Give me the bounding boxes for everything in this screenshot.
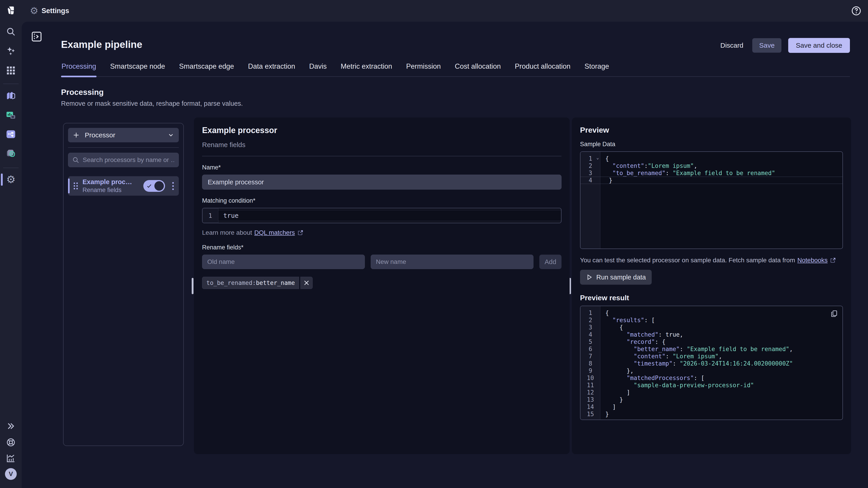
- code-line[interactable]: 15}: [581, 411, 842, 418]
- preview-result-editor: 1{2 "results": [3 {4 "matched": true,5 "…: [580, 306, 843, 420]
- help-icon[interactable]: [851, 5, 862, 16]
- name-field[interactable]: [202, 175, 561, 190]
- rename-fields-row: Add: [202, 255, 561, 269]
- rename-chip-row: to_be_renamed:better_name: [202, 277, 561, 289]
- code-line[interactable]: 1{: [581, 309, 842, 317]
- code-line[interactable]: 6 "better_name": "Example field to be re…: [581, 346, 842, 353]
- toggle-knob: [154, 181, 164, 191]
- notebooks-link[interactable]: Notebooks: [798, 257, 828, 264]
- preview-info-text: You can test the selected processor on s…: [580, 257, 843, 264]
- new-name-field[interactable]: [371, 255, 533, 269]
- code-line[interactable]: 5 "record": {: [581, 338, 842, 346]
- drag-handle-icon[interactable]: [73, 182, 79, 190]
- learn-more-row: Learn more about DQL matchers: [202, 229, 561, 236]
- expand-rail-icon[interactable]: [4, 420, 17, 432]
- code-line[interactable]: 12 ]: [581, 389, 842, 396]
- tab-processing[interactable]: Processing: [61, 62, 96, 76]
- code-line[interactable]: 11 "sample-data-preview-processor-id": [581, 382, 842, 389]
- page-title: Example pipeline: [61, 39, 142, 50]
- code-line[interactable]: 2 "results": [: [581, 317, 842, 324]
- tab-davis[interactable]: Davis: [309, 62, 327, 76]
- collapse-panel-icon[interactable]: [30, 30, 43, 43]
- apps-grid-icon[interactable]: [4, 64, 17, 77]
- app-title: Settings: [41, 7, 69, 15]
- matching-condition-editor[interactable]: 1 true: [202, 208, 561, 223]
- preview-panel: Preview Sample Data 1⌄{2 "content":"Lore…: [572, 118, 851, 454]
- tab-data-extraction[interactable]: Data extraction: [248, 62, 296, 76]
- tab-storage[interactable]: Storage: [584, 62, 610, 76]
- chip-separator: :: [252, 280, 256, 286]
- matching-condition-value[interactable]: true: [218, 210, 561, 221]
- ai-sparkles-icon[interactable]: [4, 45, 17, 57]
- help-ring-icon[interactable]: [4, 436, 17, 449]
- editor-title: Example processor: [202, 126, 561, 135]
- editor-divider: [202, 156, 561, 156]
- header-actions: Discard Save Save and close: [718, 38, 850, 53]
- search-icon: [72, 156, 79, 164]
- fold-chevron-icon[interactable]: ⌄: [596, 155, 599, 160]
- add-processor-label: Processor: [85, 131, 115, 139]
- content-area: Example pipeline Discard Save Save and c…: [22, 22, 868, 488]
- save-and-close-button[interactable]: Save and close: [788, 38, 850, 53]
- code-line[interactable]: 2 "content":"Lorem ipsum",: [581, 162, 842, 169]
- processor-enabled-toggle[interactable]: [143, 180, 165, 192]
- workflows-app-icon[interactable]: [4, 128, 17, 140]
- code-line[interactable]: 9 },: [581, 367, 842, 375]
- usage-chart-icon[interactable]: [4, 452, 17, 464]
- processor-list-item[interactable]: Example processor Rename fields: [68, 176, 179, 196]
- topbar: ⚙ Settings: [22, 0, 868, 22]
- old-name-field[interactable]: [202, 255, 365, 269]
- sample-data-editor[interactable]: 1⌄{2 "content":"Lorem ipsum",3 "to_be_re…: [580, 151, 843, 249]
- check-icon: [147, 183, 152, 189]
- code-line[interactable]: 1⌄{: [581, 155, 842, 162]
- tab-permission[interactable]: Permission: [406, 62, 441, 76]
- processor-item-subtitle: Rename fields: [83, 187, 143, 194]
- code-line[interactable]: 10 "matchedProcessors": [: [581, 375, 842, 382]
- add-rename-button[interactable]: Add: [539, 255, 561, 269]
- code-line[interactable]: 7 "content": "Lorem ipsum",: [581, 353, 842, 360]
- remove-chip-button[interactable]: [301, 277, 313, 289]
- run-sample-data-button[interactable]: Run sample data: [580, 270, 652, 285]
- search-icon[interactable]: [4, 25, 17, 38]
- line-number: 1: [203, 208, 218, 223]
- avatar-initial: V: [9, 470, 13, 478]
- chip-old-name: to_be_renamed: [206, 280, 252, 286]
- code-line[interactable]: 4 }: [581, 177, 842, 184]
- clouds-app-icon[interactable]: [4, 90, 17, 102]
- services-app-icon[interactable]: [4, 147, 17, 160]
- dynatrace-logo[interactable]: [4, 4, 17, 17]
- add-processor-button[interactable]: Processor: [68, 128, 179, 142]
- settings-gear-icon: ⚙: [30, 6, 38, 15]
- tab-product-allocation[interactable]: Product allocation: [514, 62, 571, 76]
- copy-icon[interactable]: [829, 309, 839, 319]
- processor-search: [68, 153, 179, 167]
- tab-metric-extraction[interactable]: Metric extraction: [340, 62, 393, 76]
- app-rail: ⚙ V: [0, 0, 22, 488]
- play-icon: [586, 274, 593, 281]
- code-line[interactable]: 4 "matched": true,: [581, 331, 842, 338]
- dashboards-app-icon[interactable]: [4, 109, 17, 122]
- tab-smartscape-edge[interactable]: Smartscape edge: [179, 62, 235, 76]
- preview-result-label: Preview result: [580, 294, 843, 302]
- item-menu-icon[interactable]: [171, 181, 175, 191]
- settings-icon[interactable]: ⚙: [4, 173, 17, 186]
- code-line[interactable]: 3 {: [581, 324, 842, 331]
- discard-button[interactable]: Discard: [718, 38, 746, 53]
- save-button[interactable]: Save: [752, 38, 781, 53]
- user-avatar[interactable]: V: [5, 468, 17, 480]
- dql-matchers-link[interactable]: DQL matchers: [254, 229, 295, 236]
- tab-smartscape-node[interactable]: Smartscape node: [110, 62, 165, 76]
- code-line[interactable]: 13 }: [581, 396, 842, 403]
- external-link-icon: [830, 257, 836, 263]
- tab-cost-allocation[interactable]: Cost allocation: [454, 62, 501, 76]
- processor-item-text: Example processor Rename fields: [83, 178, 143, 194]
- code-line[interactable]: 8 "timestamp": "2026-03-24T14:16:24.0020…: [581, 360, 842, 367]
- external-link-icon: [297, 230, 304, 236]
- code-line[interactable]: 3 "to_be_renamed": "Example field to be …: [581, 169, 842, 177]
- panel-resize-handle-left[interactable]: [192, 278, 193, 294]
- editor-subtitle: Rename fields: [202, 141, 561, 149]
- code-line[interactable]: 14 ]: [581, 403, 842, 411]
- chip-new-name: better_name: [256, 280, 295, 286]
- sample-data-label: Sample Data: [580, 141, 843, 148]
- processor-search-input[interactable]: [68, 153, 179, 167]
